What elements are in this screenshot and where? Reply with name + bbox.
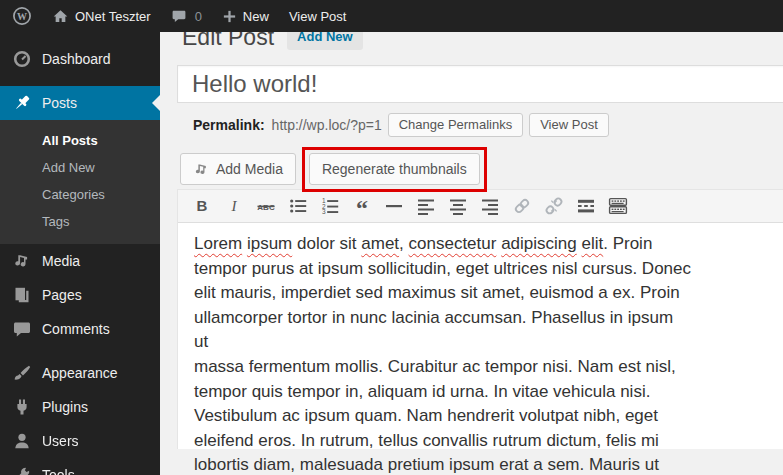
svg-text:W: W — [17, 11, 27, 22]
link-icon — [512, 196, 532, 216]
text-line: ullamcorper tortor in nunc lacinia accum… — [194, 306, 691, 355]
view-post-button[interactable]: View Post — [529, 113, 609, 137]
sidebar-item-label: Users — [42, 433, 79, 449]
sidebar-item-label: Plugins — [42, 399, 88, 415]
align-left-icon — [416, 196, 436, 216]
sidebar-item-plugins[interactable]: Plugins — [0, 390, 160, 424]
strikethrough-button[interactable]: ABC — [254, 194, 278, 218]
unlink-icon — [544, 196, 564, 216]
svg-text:3: 3 — [322, 208, 326, 215]
misspelled-word: elit — [581, 234, 603, 253]
text-fragment: . Proin — [603, 234, 652, 253]
comment-bubble-icon — [171, 8, 187, 24]
permalink-label: Permalink: — [193, 117, 265, 133]
admin-bar-view-post[interactable]: View Post — [279, 0, 357, 32]
sidebar-item-appearance[interactable]: Appearance — [0, 356, 160, 390]
numbered-list-icon: 123 — [320, 196, 340, 216]
post-title-input[interactable] — [177, 65, 783, 103]
home-icon — [52, 8, 69, 25]
text-line: tempor quis tempor in, aliquam id urna. … — [194, 380, 691, 405]
text-line: eleifend eros. In rutrum, tellus convall… — [194, 429, 691, 454]
comments-count: 0 — [195, 9, 202, 24]
bullet-list-button[interactable] — [286, 194, 310, 218]
text-line: tempor purus at ipsum sollicitudin, eget… — [194, 257, 691, 282]
admin-sidebar: DashboardPostsAll PostsAdd NewCategories… — [0, 32, 160, 475]
horizontal-rule-button[interactable] — [382, 194, 406, 218]
sidebar-item-posts[interactable]: Posts — [0, 86, 160, 120]
new-label: New — [243, 9, 269, 24]
more-tag-icon — [576, 196, 596, 216]
view-post-label: View Post — [289, 9, 347, 24]
text-line: lobortis diam, malesuada pretium ipsum e… — [194, 453, 691, 475]
misspelled-word: consectetur — [409, 234, 497, 253]
submenu-item-tags[interactable]: Tags — [0, 208, 160, 235]
blockquote-icon: “ — [352, 196, 372, 216]
add-media-button[interactable]: Add Media — [180, 153, 296, 185]
blockquote-button[interactable]: “ — [350, 194, 374, 218]
submenu-item-all-posts[interactable]: All Posts — [0, 127, 160, 154]
sidebar-item-media[interactable]: Media — [0, 244, 160, 278]
text-line: Vestibulum ac ipsum quam. Nam hendrerit … — [194, 404, 691, 429]
sidebar-item-dashboard[interactable]: Dashboard — [0, 42, 160, 76]
comments-icon — [12, 319, 32, 339]
more-tag-button[interactable] — [574, 194, 598, 218]
align-left-button[interactable] — [414, 194, 438, 218]
align-center-icon — [448, 196, 468, 216]
numbered-list-button[interactable]: 123 — [318, 194, 342, 218]
regenerate-thumbnails-label: Regenerate thumbnails — [322, 161, 467, 177]
main-content: Edit Post Add New Permalink: http://wp.l… — [160, 0, 783, 449]
appearance-icon — [12, 363, 32, 383]
admin-bar-comments[interactable]: 0 — [161, 0, 212, 32]
bold-icon: B — [192, 196, 212, 216]
misspelled-word: amet — [361, 234, 399, 253]
change-permalinks-button[interactable]: Change Permalinks — [388, 113, 523, 137]
align-right-button[interactable] — [478, 194, 502, 218]
menu-separator — [0, 76, 160, 86]
sidebar-item-tools[interactable]: Tools — [0, 458, 160, 475]
site-name-label: ONet Teszter — [75, 9, 151, 24]
sidebar-item-label: Dashboard — [42, 51, 111, 67]
align-center-button[interactable] — [446, 194, 470, 218]
bold-button[interactable]: B — [190, 194, 214, 218]
align-right-icon — [480, 196, 500, 216]
link-button[interactable] — [510, 194, 534, 218]
submenu-item-add-new[interactable]: Add New — [0, 154, 160, 181]
italic-icon: I — [224, 196, 244, 216]
permalink-url: http://wp.loc/?p=1 — [272, 117, 382, 133]
admin-bar: W ONet Teszter 0 New View Post — [0, 0, 783, 32]
submenu-item-categories[interactable]: Categories — [0, 181, 160, 208]
pages-icon — [12, 285, 32, 305]
dashboard-icon — [12, 49, 32, 69]
sidebar-item-users[interactable]: Users — [0, 424, 160, 458]
text-line: massa fermentum mollis. Curabitur ac tem… — [194, 355, 691, 380]
sidebar-item-label: Pages — [42, 287, 82, 303]
bullet-list-icon — [288, 196, 308, 216]
sidebar-item-label: Media — [42, 253, 80, 269]
toolbar-toggle-button[interactable] — [606, 194, 630, 218]
misspelled-word: adipiscing — [501, 234, 577, 253]
misspelled-word: ipsum — [247, 234, 292, 253]
regenerate-thumbnails-button[interactable]: Regenerate thumbnails — [309, 153, 480, 185]
post-body-text: Lorem ipsum dolor sit amet, consectetur … — [194, 232, 691, 475]
permalink-row: Permalink: http://wp.loc/?p=1 Change Per… — [177, 112, 783, 138]
users-icon — [12, 431, 32, 451]
text-fragment: , — [399, 234, 408, 253]
wordpress-logo-icon: W — [12, 6, 32, 26]
sidebar-item-comments[interactable]: Comments — [0, 312, 160, 346]
admin-bar-new[interactable]: New — [212, 0, 279, 32]
horizontal-rule-icon — [384, 196, 404, 216]
media-buttons-row: Add Media Regenerate thumbnails — [180, 153, 783, 185]
wordpress-logo-menu[interactable]: W — [0, 0, 42, 32]
site-name-menu[interactable]: ONet Teszter — [42, 0, 161, 32]
italic-button[interactable]: I — [222, 194, 246, 218]
sidebar-item-label: Tools — [42, 467, 75, 475]
sidebar-item-label: Appearance — [42, 365, 118, 381]
sidebar-item-pages[interactable]: Pages — [0, 278, 160, 312]
unlink-button[interactable] — [542, 194, 566, 218]
editor-content[interactable]: Lorem ipsum dolor sit amet, consectetur … — [178, 223, 783, 475]
svg-text:I: I — [231, 198, 238, 214]
media-icon — [12, 251, 32, 271]
submenu-posts: All PostsAdd NewCategoriesTags — [0, 120, 160, 244]
editor-toolbar: BIABC123“ — [178, 190, 783, 223]
text-line: Lorem ipsum dolor sit amet, consectetur … — [194, 232, 691, 257]
